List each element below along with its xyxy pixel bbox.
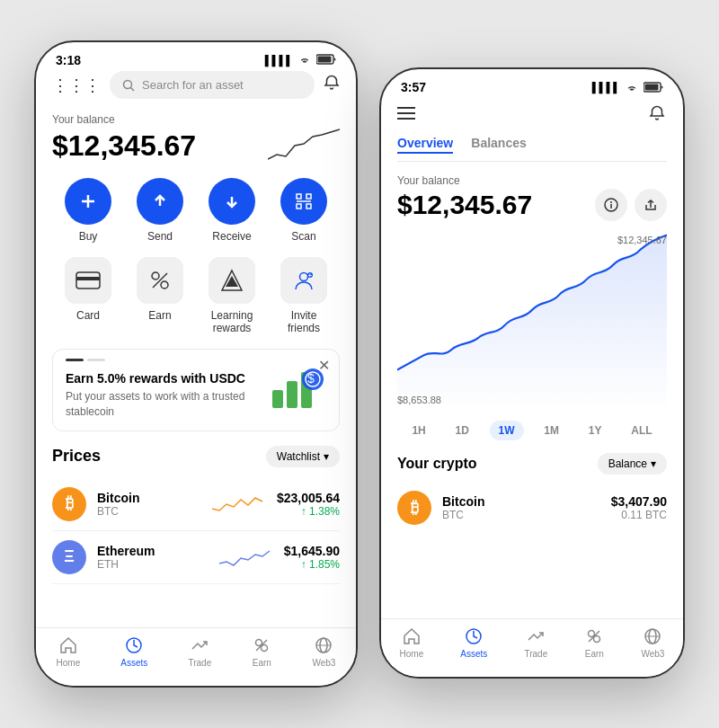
nav-web3-2[interactable]: Web3 [641,626,664,659]
balance-filter-button[interactable]: Balance ▾ [598,453,667,475]
bitcoin-chart [212,491,266,518]
send-label: Send [147,230,173,243]
bitcoin-holding-change: 0.11 BTC [611,509,667,521]
receive-action[interactable]: Receive [209,178,255,243]
scan-action[interactable]: Scan [280,178,327,243]
svg-point-2 [124,80,132,88]
promo-text: Earn 5.0% rewards with USDC Put your ass… [66,371,263,420]
grid-icon[interactable]: ⋮⋮⋮ [52,75,101,95]
svg-rect-9 [306,194,311,199]
bitcoin-name: Bitcoin [97,491,201,505]
time-1d[interactable]: 1D [446,421,477,440]
tabs: Overview Balances [397,136,667,162]
ethereum-change: ↑ 1.85% [284,558,340,571]
ethereum-row[interactable]: Ξ Ethereum ETH $1,645.90 ↑ 1.85% [52,531,340,584]
time-filters: 1H 1D 1W 1M 1Y ALL [397,421,667,440]
info-button[interactable] [595,189,627,221]
svg-point-43 [610,201,612,203]
invite-square: + [280,257,327,304]
trade-nav-icon [190,635,209,655]
time-1h[interactable]: 1H [403,421,434,440]
status-icons-2: ▌▌▌▌ [592,82,663,93]
ethereum-name: Ethereum [97,544,209,558]
balance-amount: $12,345.67 [52,129,196,163]
invite-action[interactable]: + Invitefriends [280,257,327,334]
card-square [65,257,111,304]
time-1m[interactable]: 1M [535,421,568,440]
nav-web3-label-1: Web3 [312,658,335,668]
tab-overview[interactable]: Overview [397,136,453,154]
time-1y[interactable]: 1Y [580,421,611,440]
card-action[interactable]: Card [65,257,111,334]
price-chart [397,230,667,410]
bitcoin-holding-name: Bitcoin [442,494,600,509]
nav-trade-label-2: Trade [524,649,547,659]
buy-circle [65,178,111,225]
time-1w[interactable]: 1W [490,421,524,440]
ethereum-price: $1,645.90 ↑ 1.85% [284,544,340,571]
bitcoin-symbol: BTC [97,505,201,518]
search-input[interactable]: Search for an asset [110,71,315,99]
learning-label: Learningrewards [211,309,253,334]
balance-btn-label: Balance [608,457,647,470]
battery-icon-2 [644,82,663,93]
hamburger-icon[interactable] [397,106,415,125]
svg-line-3 [131,87,135,91]
promo-indicators [66,359,105,361]
nav-earn-2[interactable]: Earn [584,626,604,659]
your-crypto-header: Your crypto Balance ▾ [397,453,667,475]
status-bar-2: 3:57 ▌▌▌▌ [381,69,683,98]
learning-action[interactable]: Learningrewards [209,257,255,334]
svg-point-15 [152,272,159,280]
nav-web3-1[interactable]: Web3 [312,635,335,668]
bitcoin-holding-price-val: $3,407.90 [611,494,667,509]
nav-earn-label-1: Earn [253,658,271,668]
nav-home-label-2: Home [400,649,424,659]
balance2-section: Your balance $12,345.67 [397,174,667,221]
trade-nav-icon-2 [526,626,546,646]
share-button[interactable] [635,189,667,221]
nav-earn-label-2: Earn [585,649,604,659]
time-all[interactable]: ALL [622,421,661,440]
watchlist-button[interactable]: Watchlist ▾ [266,446,340,467]
prices-title: Prices [52,447,101,466]
nav-trade-2[interactable]: Trade [524,626,547,659]
bitcoin-price-val: $23,005.64 [277,491,340,505]
svg-marker-19 [226,276,238,287]
bell-icon-2[interactable] [647,105,667,125]
nav-earn-1[interactable]: Earn [252,635,271,668]
nav-trade-1[interactable]: Trade [188,635,211,668]
svg-rect-14 [76,277,100,280]
send-action[interactable]: Send [137,178,183,243]
bell-icon[interactable] [324,75,340,95]
watchlist-chevron-icon: ▾ [324,450,329,463]
wifi-icon-2 [625,82,639,93]
receive-circle [209,178,255,225]
bitcoin-holding-symbol: BTC [442,509,600,521]
nav-assets-1[interactable]: Assets [120,635,147,668]
tab-balances[interactable]: Balances [471,136,526,154]
ethereum-price-val: $1,645.90 [284,544,340,558]
promo-banner: ✕ Earn 5.0% rewards with USDC Put your a… [52,349,340,431]
buy-action[interactable]: Buy [65,178,111,243]
signal-icon: ▌▌▌▌ [265,55,293,66]
bitcoin-info: Bitcoin BTC [97,491,201,518]
svg-point-46 [589,631,595,637]
earn-action[interactable]: Earn [137,257,183,334]
nav-web3-label-2: Web3 [641,649,664,659]
bottom-nav-1: Home Assets Trade Earn Web3 [36,627,356,686]
invite-label: Invitefriends [288,309,320,334]
wifi-icon [297,54,312,67]
nav-home-2[interactable]: Home [400,626,424,659]
bitcoin-row[interactable]: ₿ Bitcoin BTC $23,005.64 ↑ 1.38% [52,478,340,531]
nav-assets-2[interactable]: Assets [460,626,487,659]
promo-image: $ [263,363,326,417]
nav-assets-label-1: Assets [120,658,147,668]
ethereum-info: Ethereum ETH [97,544,209,571]
promo-close-button[interactable]: ✕ [318,357,330,374]
your-crypto-title: Your crypto [397,456,477,472]
ethereum-icon: Ξ [52,540,86,574]
assets-nav-icon-2 [464,626,484,646]
bitcoin-holding-row[interactable]: ₿ Bitcoin BTC $3,407.90 0.11 BTC [397,484,667,532]
nav-home-1[interactable]: Home [57,635,81,668]
